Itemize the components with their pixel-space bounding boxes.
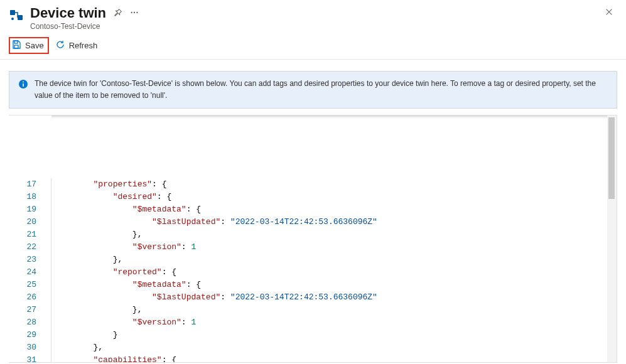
line-number: 29 — [9, 329, 43, 341]
device-twin-icon — [9, 8, 24, 23]
svg-point-5 — [136, 11, 138, 13]
svg-rect-9 — [23, 83, 24, 87]
line-number: 21 — [9, 228, 43, 241]
line-number: 24 — [9, 266, 43, 279]
save-icon — [11, 40, 21, 51]
save-label: Save — [25, 41, 44, 50]
code-line[interactable]: 27 }, — [9, 304, 617, 316]
line-number: 28 — [9, 316, 43, 329]
refresh-icon — [55, 40, 65, 51]
code-line[interactable]: 29 } — [9, 329, 617, 341]
line-number: 27 — [9, 304, 43, 316]
svg-rect-0 — [10, 10, 15, 15]
code-line[interactable]: 25 "$metadata": { — [9, 279, 617, 291]
code-line[interactable]: 22 "$version": 1 — [9, 241, 617, 254]
code-line[interactable]: 19 "$metadata": { — [9, 203, 617, 216]
info-text: The device twin for 'Contoso-Test-Device… — [35, 78, 608, 102]
line-number: 25 — [9, 279, 43, 291]
code-line[interactable]: 26 "$lastUpdated": "2022-03-14T22:42:53.… — [9, 291, 617, 304]
code-line[interactable]: 17 "properties": { — [9, 178, 617, 191]
toolbar: Save Refresh — [0, 35, 626, 60]
svg-point-2 — [11, 18, 14, 20]
svg-point-3 — [131, 11, 132, 13]
line-number: 22 — [9, 241, 43, 254]
svg-point-10 — [23, 82, 24, 83]
more-icon[interactable] — [130, 8, 139, 19]
code-line[interactable]: 30 }, — [9, 341, 617, 354]
close-button[interactable] — [602, 5, 616, 21]
refresh-label: Refresh — [69, 41, 98, 50]
code-line[interactable]: 28 "$version": 1 — [9, 316, 617, 329]
svg-rect-6 — [14, 41, 18, 43]
info-icon — [18, 79, 28, 93]
save-button[interactable]: Save — [9, 37, 49, 54]
line-number: 30 — [9, 341, 43, 354]
pin-icon[interactable] — [114, 8, 122, 19]
code-line[interactable]: 24 "reported": { — [9, 266, 617, 279]
page-subtitle: Contoso-Test-Device — [30, 22, 596, 31]
code-line[interactable]: 23 }, — [9, 254, 617, 266]
code-editor[interactable]: 17 "properties": {18 "desired": {19 "$me… — [9, 115, 617, 363]
line-number: 26 — [9, 291, 43, 304]
code-line[interactable]: 20 "$lastUpdated": "2022-03-14T22:42:53.… — [9, 216, 617, 228]
code-line[interactable]: 18 "desired": { — [9, 191, 617, 203]
svg-rect-1 — [18, 15, 23, 20]
code-line[interactable]: 21 }, — [9, 228, 617, 241]
line-number: 23 — [9, 254, 43, 266]
line-number: 17 — [9, 178, 43, 191]
svg-rect-7 — [14, 45, 18, 48]
refresh-button[interactable]: Refresh — [53, 37, 103, 54]
line-number: 20 — [9, 216, 43, 228]
line-number: 18 — [9, 191, 43, 203]
page-header: Device twin Contoso-Test-Device — [0, 0, 626, 35]
info-banner: The device twin for 'Contoso-Test-Device… — [9, 71, 617, 109]
line-number: 19 — [9, 203, 43, 216]
line-number: 31 — [9, 354, 43, 363]
code-line[interactable]: 31 "capabilities": { — [9, 354, 617, 363]
page-title: Device twin — [30, 5, 106, 21]
svg-point-4 — [134, 11, 135, 13]
